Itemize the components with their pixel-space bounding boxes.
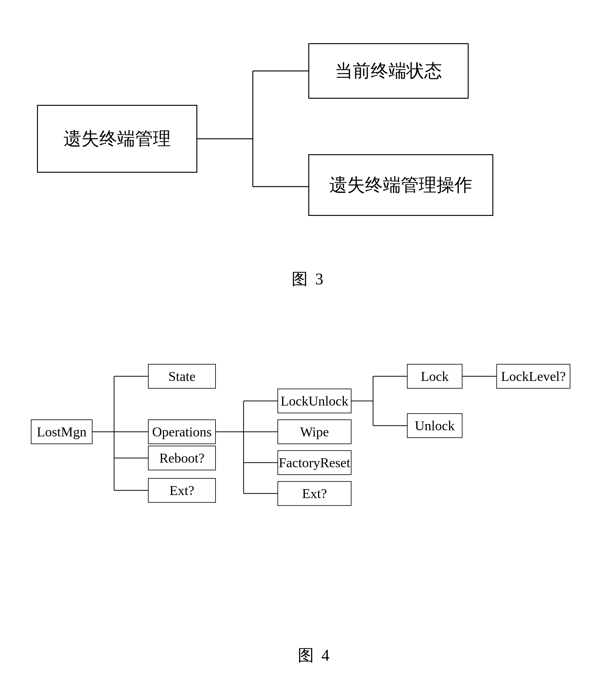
node-unlock: Unlock [407, 413, 462, 438]
node-factoryreset: FactoryReset [278, 450, 351, 475]
node-wipe: Wipe [278, 420, 351, 444]
node-ext2: Ext? [278, 481, 351, 506]
diagram4: LostMgn State Operations Reboot? Ext? Lo… [19, 315, 611, 672]
diagram3-bottomright-box: 遗失终端管理操作 [308, 154, 493, 216]
node-lock: Lock [407, 364, 462, 389]
node-lockunlock: LockUnlock [278, 389, 351, 413]
node-lostmgn: LostMgn [31, 420, 92, 444]
figure3-label: 图 3 [292, 268, 325, 290]
diagram3-topright-box: 当前终端状态 [308, 43, 469, 99]
node-ext1: Ext? [148, 478, 216, 503]
node-reboot: Reboot? [148, 446, 216, 470]
diagram3: 遗失终端管理 当前终端状态 遗失终端管理操作 图 3 [19, 19, 598, 296]
node-operations: Operations [148, 420, 216, 444]
node-state: State [148, 364, 216, 389]
page: 遗失终端管理 当前终端状态 遗失终端管理操作 图 3 [0, 0, 616, 685]
diagram3-left-box: 遗失终端管理 [37, 105, 197, 173]
node-locklevel: LockLevel? [497, 364, 570, 389]
figure4-label: 图 4 [298, 645, 331, 666]
